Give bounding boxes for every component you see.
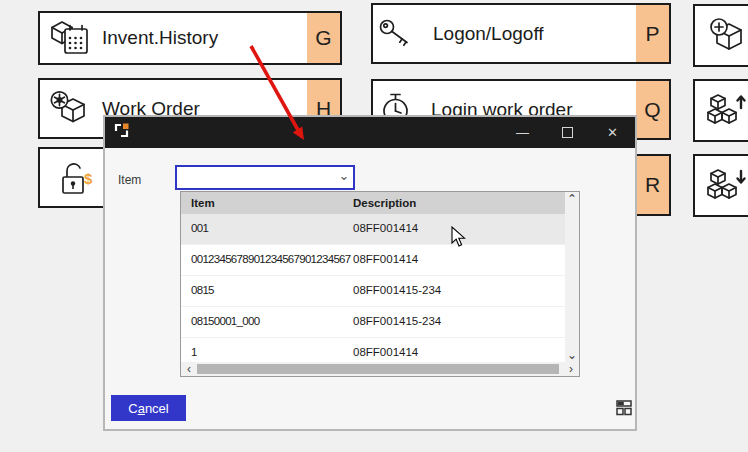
cell-item: 0012345678901234567901234567 bbox=[191, 253, 350, 265]
scroll-left-icon[interactable]: ‹ bbox=[182, 363, 196, 375]
hotkey-badge: P bbox=[636, 5, 669, 62]
tile-label: Invent.History bbox=[102, 27, 307, 49]
chevron-down-icon: ⌄ bbox=[335, 171, 353, 181]
menu-tile-invent-history[interactable]: Invent.History G bbox=[38, 11, 342, 65]
scroll-up-icon[interactable]: ⌃ bbox=[565, 193, 579, 207]
grid-row[interactable]: 0012345678901234567901234567 08FF001414 bbox=[181, 245, 565, 276]
cell-item: 1 bbox=[191, 346, 197, 358]
tile-label-fragment: $ bbox=[84, 170, 92, 187]
item-picker-dialog: — ✕ Item ⌄ Item Description 001 08FF0014… bbox=[103, 115, 637, 431]
cubes-arrow-down-icon bbox=[707, 168, 747, 204]
cancel-button[interactable]: Cancel bbox=[111, 395, 186, 421]
cell-description: 08FF001415-234 bbox=[353, 315, 441, 327]
app-logo-icon bbox=[113, 122, 130, 143]
cell-item: 0815 bbox=[191, 284, 214, 296]
menu-tile-cubes-up[interactable] bbox=[693, 79, 748, 142]
app-background: Invent.History G Work Order H bbox=[0, 0, 748, 452]
cancel-label-accel: a bbox=[138, 401, 145, 416]
scroll-right-icon[interactable]: › bbox=[564, 363, 578, 375]
dialog-titlebar[interactable]: — ✕ bbox=[105, 117, 635, 148]
close-icon: ✕ bbox=[607, 125, 618, 140]
item-field-label: Item bbox=[118, 173, 141, 187]
menu-tile-cube-add[interactable] bbox=[693, 4, 748, 67]
dialog-body: Item ⌄ Item Description 001 08FF001414 0… bbox=[105, 148, 635, 429]
vertical-scrollbar[interactable]: ⌃ ⌄ bbox=[565, 192, 579, 363]
maximize-icon bbox=[562, 127, 573, 138]
cube-plus-icon bbox=[707, 17, 745, 55]
menu-tile-logon-logoff[interactable]: Logon/Logoff P bbox=[371, 3, 671, 64]
grid-row[interactable]: 0815 08FF001415-234 bbox=[181, 276, 565, 307]
scroll-down-icon[interactable]: ⌄ bbox=[565, 349, 579, 363]
cell-description: 08FF001414 bbox=[353, 346, 418, 358]
close-button[interactable]: ✕ bbox=[590, 117, 635, 148]
grid-row[interactable]: 08150001_000 08FF001415-234 bbox=[181, 307, 565, 338]
grid-header-row: Item Description bbox=[181, 192, 579, 214]
grid-header-item: Item bbox=[191, 197, 215, 209]
maximize-button[interactable] bbox=[545, 117, 590, 148]
hotkey-badge: R bbox=[636, 156, 669, 214]
item-dropdown-grid: Item Description 001 08FF001414 00123456… bbox=[180, 191, 580, 377]
menu-tile-cubes-down[interactable] bbox=[693, 154, 748, 217]
cell-description: 08FF001415-234 bbox=[353, 284, 441, 296]
hotkey-badge: Q bbox=[636, 81, 669, 138]
item-combobox[interactable]: ⌄ bbox=[175, 165, 355, 190]
cell-description: 08FF001414 bbox=[353, 253, 418, 265]
tile-label: Logon/Logoff bbox=[433, 23, 636, 45]
grid-header-description: Description bbox=[353, 197, 416, 209]
scrollbar-thumb[interactable] bbox=[197, 364, 559, 374]
cell-description: 08FF001414 bbox=[353, 222, 418, 234]
grid-row[interactable]: 001 08FF001414 bbox=[181, 214, 565, 245]
form-layout-icon bbox=[615, 398, 634, 417]
cell-item: 001 bbox=[191, 222, 208, 234]
cubes-arrow-up-icon bbox=[707, 93, 747, 129]
cube-gear-icon bbox=[46, 89, 92, 129]
cancel-label-part: ncel bbox=[145, 401, 169, 416]
layout-view-button[interactable] bbox=[615, 398, 635, 418]
horizontal-scrollbar[interactable]: ‹ › bbox=[181, 362, 579, 376]
minimize-button[interactable]: — bbox=[500, 117, 545, 148]
key-icon bbox=[377, 17, 421, 51]
cell-item: 08150001_000 bbox=[191, 315, 259, 327]
hotkey-badge: G bbox=[307, 13, 340, 63]
cube-calendar-icon bbox=[48, 19, 94, 57]
minimize-icon: — bbox=[516, 125, 529, 140]
cancel-label-part: C bbox=[128, 401, 137, 416]
